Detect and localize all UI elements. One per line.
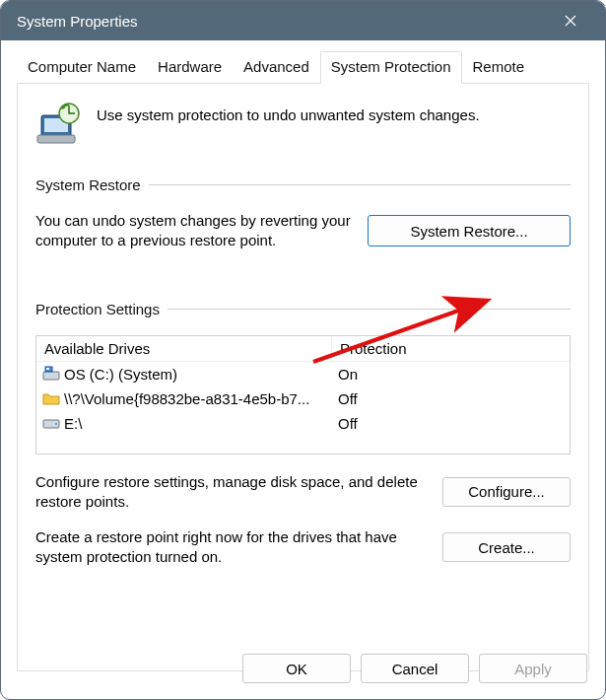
configure-row: Configure restore settings, manage disk … bbox=[35, 472, 571, 513]
tab-strip: Computer Name Hardware Advanced System P… bbox=[17, 50, 589, 84]
drive-protection: Off bbox=[332, 413, 570, 434]
table-row[interactable]: OS (C:) (System) On bbox=[36, 362, 570, 386]
tab-hardware[interactable]: Hardware bbox=[147, 51, 233, 84]
tab-remote[interactable]: Remote bbox=[462, 51, 536, 84]
titlebar[interactable]: System Properties bbox=[1, 1, 605, 40]
divider bbox=[168, 309, 571, 310]
system-restore-button[interactable]: System Restore... bbox=[368, 215, 571, 246]
col-available-drives[interactable]: Available Drives bbox=[36, 336, 332, 362]
tab-panel-system-protection: Use system protection to undo unwanted s… bbox=[17, 84, 589, 671]
tab-computer-name[interactable]: Computer Name bbox=[17, 51, 147, 84]
close-button[interactable] bbox=[548, 1, 593, 40]
intro-section: Use system protection to undo unwanted s… bbox=[35, 100, 571, 147]
svg-rect-6 bbox=[43, 372, 59, 380]
drive-name: E:\ bbox=[64, 415, 82, 432]
system-restore-legend: System Restore bbox=[35, 176, 141, 193]
divider bbox=[149, 184, 571, 185]
apply-button[interactable]: Apply bbox=[479, 654, 587, 683]
folder-icon bbox=[42, 390, 60, 406]
table-row[interactable]: E:\ Off bbox=[36, 411, 570, 436]
configure-button[interactable]: Configure... bbox=[442, 477, 571, 507]
ok-button[interactable]: OK bbox=[242, 654, 351, 683]
intro-text: Use system protection to undo unwanted s… bbox=[97, 100, 480, 125]
create-button[interactable]: Create... bbox=[442, 532, 571, 562]
tab-system-protection[interactable]: System Protection bbox=[320, 51, 462, 84]
create-desc: Create a restore point right now for the… bbox=[35, 527, 425, 568]
table-row[interactable]: \\?\Volume{f98832be-a831-4e5b-b7... Off bbox=[36, 386, 570, 411]
cancel-button[interactable]: Cancel bbox=[361, 654, 469, 683]
drive-protection: On bbox=[332, 364, 570, 385]
os-drive-icon bbox=[42, 366, 60, 382]
tab-advanced[interactable]: Advanced bbox=[233, 51, 320, 84]
drives-table[interactable]: Available Drives Protection OS bbox=[35, 335, 571, 455]
svg-rect-2 bbox=[37, 135, 75, 143]
drives-header: Available Drives Protection bbox=[36, 336, 570, 362]
system-protection-icon bbox=[35, 100, 83, 147]
protection-settings-legend: Protection Settings bbox=[35, 301, 160, 317]
drive-protection: Off bbox=[332, 388, 570, 409]
drives-rows: OS (C:) (System) On \\?\Volume{f98832be-… bbox=[36, 362, 570, 454]
window-title: System Properties bbox=[17, 13, 548, 30]
system-restore-desc: You can undo system changes by reverting… bbox=[35, 211, 356, 251]
col-protection[interactable]: Protection bbox=[332, 336, 570, 362]
create-row: Create a restore point right now for the… bbox=[35, 527, 571, 568]
drive-name: \\?\Volume{f98832be-a831-4e5b-b7... bbox=[64, 390, 309, 407]
system-properties-window: System Properties Computer Name Hardware… bbox=[0, 0, 606, 700]
svg-point-10 bbox=[55, 423, 57, 425]
drive-name: OS (C:) (System) bbox=[64, 366, 177, 383]
svg-rect-8 bbox=[46, 368, 49, 370]
drive-icon bbox=[42, 415, 60, 431]
protection-settings-group: Protection Settings Available Drives Pro… bbox=[35, 301, 571, 568]
configure-desc: Configure restore settings, manage disk … bbox=[35, 472, 425, 513]
close-icon bbox=[565, 15, 576, 27]
system-restore-group: System Restore You can undo system chang… bbox=[35, 176, 571, 251]
dialog-footer: OK Cancel Apply bbox=[242, 654, 587, 683]
client-area: Computer Name Hardware Advanced System P… bbox=[1, 40, 605, 699]
